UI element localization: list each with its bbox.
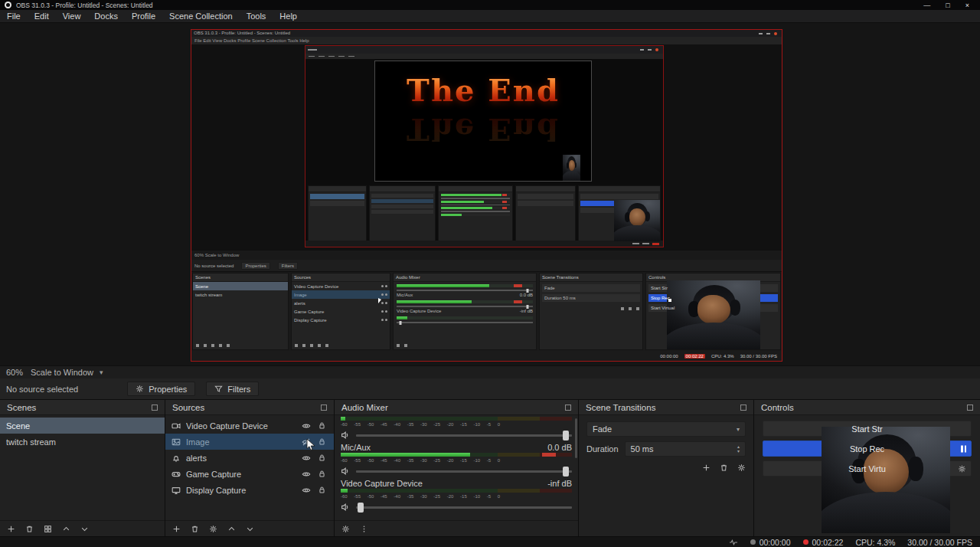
scene-item-twitch-stream[interactable]: twitch stream (0, 434, 165, 450)
speaker-icon[interactable] (341, 467, 350, 476)
speaker-icon[interactable] (341, 431, 350, 440)
cpu-usage: CPU: 4.3% (855, 538, 895, 547)
mixer-menu-icon[interactable] (360, 525, 368, 533)
remove-transition-icon[interactable] (720, 463, 728, 472)
transition-properties-icon[interactable] (737, 463, 746, 472)
volume-slider[interactable] (356, 434, 572, 437)
duration-spinner[interactable]: 50 ms ▴ ▾ (625, 441, 746, 457)
scene-transitions-dock: Scene Transitions Fade ▾ Duration 50 ms … (579, 400, 754, 537)
source-toolbar: No source selected Properties Filters (0, 378, 980, 399)
lock-icon[interactable] (318, 486, 326, 494)
source-item-video-capture-device[interactable]: Video Capture Device (165, 418, 334, 434)
window-buttons: — □ × (923, 2, 975, 9)
mixer-source-name: Mic/Aux (341, 443, 371, 452)
add-source-icon[interactable] (172, 525, 181, 533)
sources-title: Sources (172, 403, 321, 412)
volume-slider[interactable] (356, 506, 572, 509)
audio-mixer-dock: Audio Mixer -60 -55 -50 -45 -40 -35 -30 … (335, 400, 579, 537)
eye-icon[interactable] (302, 470, 311, 479)
add-transition-icon[interactable] (702, 463, 710, 472)
source-item-alerts[interactable]: alerts (165, 450, 334, 466)
scenes-dock: Scenes Scene twitch stream (0, 400, 165, 537)
nested-preview-window: The End The End (305, 45, 664, 247)
eye-icon[interactable] (302, 486, 311, 495)
volume-slider[interactable] (356, 470, 572, 473)
preview-no-source-text: No source selected (194, 264, 234, 268)
preview-scenes-panel: Scenes Scene twitch stream (192, 273, 289, 350)
preview-source-item: Image (292, 290, 390, 299)
preview-source-item: Display Capture (292, 316, 390, 324)
scene-grid-mode-icon[interactable] (44, 525, 52, 533)
obs-application-window: { "icons": {"minimize": "—", "maximize":… (0, 0, 980, 547)
remove-source-icon[interactable] (191, 525, 199, 533)
dock-options-icon[interactable] (565, 405, 571, 411)
source-item-display-capture[interactable]: Display Capture (165, 482, 334, 498)
nested-controls-panel (578, 185, 661, 242)
lock-icon[interactable] (318, 421, 326, 430)
eye-icon[interactable] (302, 421, 311, 431)
menu-tools[interactable]: Tools (240, 10, 273, 22)
preview-rec-badge: 00:02:22 (684, 354, 705, 359)
lock-icon[interactable] (318, 437, 326, 446)
menu-docks[interactable]: Docks (87, 10, 125, 22)
scenes-title: Scenes (7, 403, 152, 412)
preview-window-menubar: File Edit View Docks Profile Scene Colle… (191, 37, 782, 44)
dock-options-icon[interactable] (740, 405, 746, 411)
scale-mode-select[interactable]: Scale to Window ▾ (31, 368, 103, 377)
preview-source-item: Video Capture Device (292, 282, 390, 290)
the-end-canvas: The End The End (374, 61, 592, 182)
menu-edit[interactable]: Edit (28, 10, 56, 22)
mouse-cursor (306, 438, 315, 451)
nested-webcam-feed (614, 200, 660, 241)
advanced-audio-icon[interactable] (341, 525, 350, 533)
eye-icon[interactable] (302, 454, 311, 463)
preview-mixer-panel: Audio Mixer Mic/Aux0.0 dB Video Capture … (393, 273, 537, 350)
move-scene-down-icon[interactable] (80, 525, 89, 533)
transition-select[interactable]: Fade ▾ (586, 421, 746, 437)
preview-transitions-panel: Scene Transitions Fade Duration 50 ms (539, 273, 643, 350)
maximize-icon[interactable]: □ (946, 2, 949, 9)
preview-source-toolbar: No source selected Properties Filters (191, 260, 782, 271)
source-item-game-capture[interactable]: Game Capture (165, 466, 334, 482)
menu-file[interactable]: File (0, 10, 28, 22)
window-titlebar: OBS 31.0.3 - Profile: Untitled - Scenes:… (0, 0, 980, 10)
scene-item-scene[interactable]: Scene (0, 418, 165, 434)
preview-canvas[interactable]: OBS 31.0.3 - Profile: Untitled - Scenes:… (191, 29, 782, 362)
volume-meter (341, 489, 572, 493)
menu-scene-collection[interactable]: Scene Collection (162, 10, 240, 22)
lock-icon[interactable] (318, 470, 326, 478)
properties-button[interactable]: Properties (127, 382, 195, 396)
docks-row: Scenes Scene twitch stream Sources Video… (0, 399, 980, 536)
virtual-camera-settings-icon[interactable] (958, 464, 966, 473)
move-scene-up-icon[interactable] (62, 525, 70, 533)
filters-button[interactable]: Filters (206, 382, 259, 396)
menu-view[interactable]: View (56, 10, 88, 22)
speaker-icon[interactable] (341, 503, 350, 512)
pause-recording-icon[interactable] (961, 445, 966, 452)
nested-window-titlebar (305, 46, 663, 54)
volume-meter (341, 417, 572, 421)
nested-sources-panel (369, 185, 436, 242)
dock-options-icon[interactable] (321, 405, 327, 411)
remove-scene-icon[interactable] (25, 525, 34, 533)
preview-window-buttons (759, 32, 779, 35)
move-source-up-icon[interactable] (227, 525, 236, 533)
source-properties-icon[interactable] (209, 525, 217, 533)
minimize-icon[interactable]: — (923, 2, 930, 9)
dock-options-icon[interactable] (967, 405, 973, 411)
menu-profile[interactable]: Profile (125, 10, 162, 22)
mixer-scrollbar[interactable] (575, 418, 577, 458)
lock-icon[interactable] (318, 454, 326, 462)
close-icon[interactable]: × (965, 2, 969, 9)
recording-dot (803, 539, 808, 545)
menu-help[interactable]: Help (273, 10, 304, 22)
move-source-down-icon[interactable] (246, 525, 254, 533)
add-scene-icon[interactable] (7, 525, 15, 533)
preview-volume-meter (397, 316, 533, 319)
preview-zoom-line: 60% Scale to Window (191, 251, 782, 260)
nested-docks (305, 185, 663, 242)
dock-options-icon[interactable] (152, 405, 158, 411)
preview-docks: Scenes Scene twitch stream Sources Video… (191, 272, 782, 351)
nested-webcam-thumbnail (563, 155, 580, 181)
mixer-source-row: Video Capture Device -inf dB -60 -55 -50… (341, 477, 572, 513)
